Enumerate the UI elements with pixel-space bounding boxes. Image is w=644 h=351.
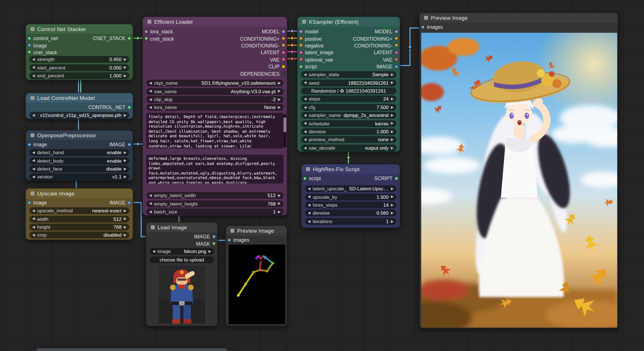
combo-widget[interactable]: ◀latent_upscale_SD-Latent-Upscaler.v1▶	[305, 185, 396, 192]
increment-arrow-icon[interactable]: ▶	[278, 194, 281, 197]
decrement-arrow-icon[interactable]: ◀	[304, 73, 307, 76]
increment-arrow-icon[interactable]: ▶	[124, 234, 126, 237]
node-header[interactable]: Upscale Image	[26, 189, 133, 198]
increment-arrow-icon[interactable]: ▶	[124, 113, 126, 117]
decrement-arrow-icon[interactable]: ◀	[308, 203, 311, 207]
node-efficient-loader[interactable]: Efficient Loader lora_stackMODELcnet_sta…	[142, 16, 287, 216]
combo-widget[interactable]: ◀width512▶	[29, 215, 129, 222]
input-port-dot[interactable]	[299, 65, 303, 68]
node-header[interactable]: Load ControlNet Model	[26, 93, 133, 103]
node-header[interactable]: Preview Image	[226, 226, 287, 236]
decrement-arrow-icon[interactable]: ◀	[32, 167, 35, 171]
combo-widget[interactable]: ◀steps24▶	[301, 96, 396, 103]
decrement-arrow-icon[interactable]: ◀	[32, 159, 35, 162]
output-port-dot[interactable]	[128, 201, 131, 204]
output-port-dot[interactable]	[282, 72, 285, 75]
increment-arrow-icon[interactable]: ▶	[391, 146, 394, 149]
increment-arrow-icon[interactable]: ▶	[391, 203, 394, 207]
negative-prompt-textarea[interactable]: deformed,large breasts,sleeveless, missi…	[146, 155, 283, 184]
output-port-dot[interactable]	[282, 51, 285, 54]
node-preview-image-final[interactable]: Preview Image images	[419, 12, 618, 329]
increment-arrow-icon[interactable]: ▶	[391, 97, 394, 101]
increment-arrow-icon[interactable]: ▶	[124, 209, 126, 212]
collapse-icon[interactable]	[230, 229, 234, 233]
increment-arrow-icon[interactable]: ▶	[391, 122, 394, 125]
decrement-arrow-icon[interactable]: ◀	[149, 98, 152, 101]
collapse-icon[interactable]	[306, 167, 310, 171]
combo-widget[interactable]: ◀imagefalcon.png▶	[150, 248, 214, 255]
combo-widget[interactable]: ◀strength0.450▶	[29, 56, 129, 63]
input-port-dot[interactable]	[28, 36, 31, 40]
input-port-dot[interactable]	[299, 58, 303, 61]
node-header[interactable]: HighRes-Fix Script	[302, 164, 400, 174]
combo-widget[interactable]: ◀height768▶	[29, 224, 129, 230]
combo-widget[interactable]: ◀sampler_namedpmpp_2s_ancestral▶	[301, 112, 396, 119]
increment-arrow-icon[interactable]: ▶	[391, 195, 394, 199]
increment-arrow-icon[interactable]: ▶	[124, 58, 126, 61]
increment-arrow-icon[interactable]: ▶	[124, 74, 126, 77]
increment-arrow-icon[interactable]: ▶	[124, 167, 126, 171]
combo-widget[interactable]: ◀batch_size1▶	[146, 208, 283, 215]
collapse-icon[interactable]	[151, 225, 155, 229]
node-header[interactable]: Load Image	[146, 223, 217, 232]
combo-widget[interactable]: ◀cfg7.500▶	[301, 104, 396, 111]
decrement-arrow-icon[interactable]: ◀	[304, 81, 307, 84]
increment-arrow-icon[interactable]: ▶	[391, 130, 394, 133]
collapse-icon[interactable]	[424, 16, 428, 20]
input-port-dot[interactable]	[28, 51, 31, 54]
combo-widget[interactable]: ◀schedulerkarras▶	[301, 120, 396, 127]
decrement-arrow-icon[interactable]: ◀	[32, 225, 35, 229]
input-port-dot[interactable]	[303, 176, 307, 180]
increment-arrow-icon[interactable]: ▶	[391, 73, 394, 76]
decrement-arrow-icon[interactable]: ◀	[304, 97, 307, 101]
decrement-arrow-icon[interactable]: ◀	[32, 151, 35, 154]
node-ksampler-efficient[interactable]: KSampler (Efficient) modelMODELpositiveC…	[297, 16, 400, 152]
input-port-dot[interactable]	[28, 143, 31, 146]
output-port-dot[interactable]	[395, 44, 398, 47]
increment-arrow-icon[interactable]: ▶	[278, 210, 281, 213]
randomize-button[interactable]: Randomize / ♻ 188221040391261	[301, 88, 396, 94]
input-port-dot[interactable]	[299, 44, 303, 47]
output-port-dot[interactable]	[282, 44, 285, 47]
increment-arrow-icon[interactable]: ▶	[124, 175, 126, 179]
increment-arrow-icon[interactable]: ▶	[124, 151, 126, 154]
node-upscale-image[interactable]: Upscale Image imageIMAGE ◀upscale_method…	[25, 188, 133, 240]
increment-arrow-icon[interactable]: ▶	[391, 105, 394, 109]
increment-arrow-icon[interactable]: ▶	[391, 114, 394, 117]
decrement-arrow-icon[interactable]: ◀	[32, 58, 35, 61]
input-port-dot[interactable]	[299, 51, 303, 54]
combo-widget[interactable]: ◀lora_nameNone▶	[146, 104, 283, 111]
decrement-arrow-icon[interactable]: ◀	[304, 122, 307, 125]
combo-widget[interactable]: ◀start_percent0.000▶	[29, 64, 129, 71]
seed-widget[interactable]: ◀seed188221040391261▶	[301, 79, 396, 86]
input-port-dot[interactable]	[421, 25, 425, 29]
decrement-arrow-icon[interactable]: ◀	[308, 212, 311, 215]
combo-widget[interactable]: ◀empty_latent_width512▶	[146, 192, 283, 199]
input-port-dot[interactable]	[228, 238, 231, 241]
increment-arrow-icon[interactable]: ▶	[278, 98, 281, 101]
increment-arrow-icon[interactable]: ▶	[124, 217, 126, 221]
output-port-dot[interactable]	[128, 143, 131, 146]
output-port-dot[interactable]	[212, 242, 216, 245]
output-port-dot[interactable]	[395, 51, 398, 54]
canvas-horizontal-scrollbar[interactable]	[37, 348, 227, 350]
decrement-arrow-icon[interactable]: ◀	[304, 105, 307, 109]
combo-widget[interactable]: ◀end_percent1.000▶	[29, 72, 129, 79]
combo-widget[interactable]: ◀upscale_by1.500▶	[305, 193, 396, 200]
combo-widget[interactable]: ◀ckpt_nameSD1.5\flyingsnow_v10.safetenso…	[146, 80, 283, 86]
decrement-arrow-icon[interactable]: ◀	[32, 113, 35, 117]
output-port-dot[interactable]	[212, 235, 216, 238]
input-port-dot[interactable]	[145, 37, 148, 40]
decrement-arrow-icon[interactable]: ◀	[308, 187, 311, 190]
collapse-icon[interactable]	[147, 20, 151, 24]
output-port-dot[interactable]	[395, 30, 398, 33]
increment-arrow-icon[interactable]: ▶	[124, 159, 126, 162]
increment-arrow-icon[interactable]: ▶	[391, 81, 394, 84]
decrement-arrow-icon[interactable]: ◀	[32, 66, 35, 69]
node-highres-fix-script[interactable]: HighRes-Fix Script scriptSCRIPT ◀latent_…	[301, 164, 400, 228]
node-header[interactable]: Preview Image	[420, 13, 618, 23]
node-header[interactable]: Control Net Stacker	[26, 24, 133, 34]
positive-prompt-textarea[interactable]: finely detail, Depth of field,(masterpie…	[146, 113, 283, 149]
node-preview-image-pose[interactable]: Preview Image images	[225, 225, 287, 326]
increment-arrow-icon[interactable]: ▶	[124, 225, 126, 229]
